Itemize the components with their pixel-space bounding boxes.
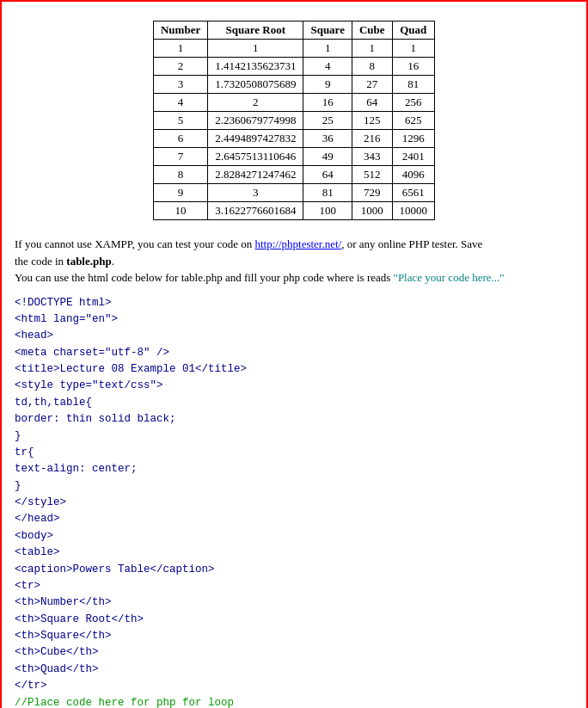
- powers-table: Number Square Root Square Cube Quad 1111…: [153, 19, 435, 220]
- table-cell: 4: [303, 58, 352, 76]
- code-line: </tr>: [15, 678, 573, 694]
- table-header-row: Number Square Root Square Cube Quad: [153, 22, 434, 40]
- code-line: <head>: [15, 328, 573, 344]
- table-cell: 81: [392, 76, 435, 94]
- table-cell: 7: [153, 148, 207, 166]
- desc-text-3: the code in: [15, 255, 66, 268]
- desc-paragraph-1: If you cannot use XAMPP, you can test yo…: [15, 236, 573, 253]
- table-cell: 3: [153, 76, 207, 94]
- code-line: }: [15, 478, 573, 495]
- table-cell: 729: [352, 184, 392, 202]
- table-cell: 1: [352, 40, 392, 58]
- table-cell: 1000: [352, 202, 392, 220]
- code-line: </head>: [15, 511, 573, 527]
- table-cell: 10: [153, 202, 207, 220]
- col-header-square: Square: [303, 22, 352, 40]
- code-line: <title>Lecture 08 Example 01</title>: [15, 361, 573, 378]
- table-row: 52.236067977499825125625: [153, 112, 434, 130]
- desc-text-1: If you cannot use XAMPP, you can test yo…: [15, 237, 254, 250]
- table-row: 31.732050807568992781: [153, 76, 434, 94]
- col-header-number: Number: [153, 22, 207, 40]
- table-cell: 2.8284271247462: [208, 166, 303, 184]
- table-cell: 256: [392, 94, 435, 112]
- table-row: 103.1622776601684100100010000: [153, 202, 434, 220]
- table-cell: 2: [208, 94, 303, 112]
- col-header-square-root: Square Root: [208, 22, 303, 40]
- code-line: <html lang="en">: [15, 311, 573, 328]
- table-cell: 10000: [392, 202, 435, 220]
- table-cell: 9: [303, 76, 352, 94]
- table-cell: 216: [352, 130, 392, 148]
- table-cell: 1.4142135623731: [208, 58, 303, 76]
- table-cell: 2401: [392, 148, 435, 166]
- code-line: <style type="text/css">: [15, 378, 573, 394]
- table-cell: 343: [352, 148, 392, 166]
- table-cell: 1.7320508075689: [208, 76, 303, 94]
- table-cell: 1: [208, 40, 303, 58]
- table-body: 1111121.4142135623731481631.732050807568…: [153, 40, 434, 220]
- table-row: 21.41421356237314816: [153, 58, 434, 76]
- code-line: <caption>Powers Table</caption>: [15, 562, 573, 578]
- table-cell: 49: [303, 148, 352, 166]
- phptester-link[interactable]: http://phptester.net/: [254, 237, 341, 250]
- code-line: td,th,table{: [15, 395, 573, 411]
- table-row: 82.8284271247462645124096: [153, 166, 434, 184]
- table-cell: 4096: [392, 166, 435, 184]
- code-line: <tr>: [15, 578, 573, 594]
- table-cell: 3: [208, 184, 303, 202]
- table-cell: 1: [303, 40, 352, 58]
- col-header-cube: Cube: [352, 22, 392, 40]
- code-line: //Place code here for php for loop: [15, 695, 573, 709]
- code-line: <th>Square Root</th>: [15, 612, 573, 628]
- table-row: 72.6457513110646493432401: [153, 148, 434, 166]
- code-line: <body>: [15, 528, 573, 545]
- desc-text-4: .: [112, 255, 114, 268]
- table-cell: 36: [303, 130, 352, 148]
- table-cell: 3.1622776601684: [208, 202, 303, 220]
- table-cell: 6: [153, 130, 207, 148]
- description-section: If you cannot use XAMPP, you can test yo…: [15, 236, 573, 286]
- table-cell: 5: [153, 112, 207, 130]
- code-section: <!DOCTYPE html><html lang="en"><head> <m…: [15, 295, 573, 709]
- code-line: border: thin solid black;: [15, 411, 573, 428]
- table-cell: 16: [303, 94, 352, 112]
- table-cell: 2: [153, 58, 207, 76]
- table-cell: 8: [352, 58, 392, 76]
- desc-text-5: You can use the html code below for tabl…: [15, 271, 394, 284]
- table-row: 93817296561: [153, 184, 434, 202]
- code-line: <th>Number</th>: [15, 594, 573, 611]
- code-line: <!DOCTYPE html>: [15, 295, 573, 311]
- table-cell: 125: [352, 112, 392, 130]
- table-cell: 25: [303, 112, 352, 130]
- code-line: <th>Quad</th>: [15, 662, 573, 678]
- table-cell: 2.6457513110646: [208, 148, 303, 166]
- table-row: 421664256: [153, 94, 434, 112]
- place-code-highlight: "Place your code here...": [394, 271, 505, 284]
- table-cell: 27: [352, 76, 392, 94]
- table-cell: 4: [153, 94, 207, 112]
- table-cell: 16: [392, 58, 435, 76]
- table-container: Number Square Root Square Cube Quad 1111…: [15, 19, 573, 220]
- table-cell: 64: [352, 94, 392, 112]
- table-cell: 2.4494897427832: [208, 130, 303, 148]
- table-cell: 64: [303, 166, 352, 184]
- table-cell: 81: [303, 184, 352, 202]
- table-cell: 8: [153, 166, 207, 184]
- code-line: <meta charset="utf-8" />: [15, 345, 573, 361]
- code-line: <table>: [15, 545, 573, 561]
- table-cell: 625: [392, 112, 435, 130]
- desc-text-2: , or any online PHP tester. Save: [341, 237, 482, 250]
- table-cell: 1: [392, 40, 435, 58]
- table-cell: 100: [303, 202, 352, 220]
- code-line: <th>Square</th>: [15, 628, 573, 644]
- col-header-quad: Quad: [392, 22, 435, 40]
- code-line: tr{: [15, 445, 573, 461]
- table-php-bold: table.php: [66, 255, 111, 268]
- table-row: 62.4494897427832362161296: [153, 130, 434, 148]
- code-line: </style>: [15, 495, 573, 511]
- code-line: }: [15, 428, 573, 445]
- desc-paragraph-3: You can use the html code below for tabl…: [15, 269, 573, 286]
- code-line: <th>Cube</th>: [15, 644, 573, 661]
- table-cell: 2.2360679774998: [208, 112, 303, 130]
- desc-paragraph-2: the code in table.php.: [15, 253, 573, 270]
